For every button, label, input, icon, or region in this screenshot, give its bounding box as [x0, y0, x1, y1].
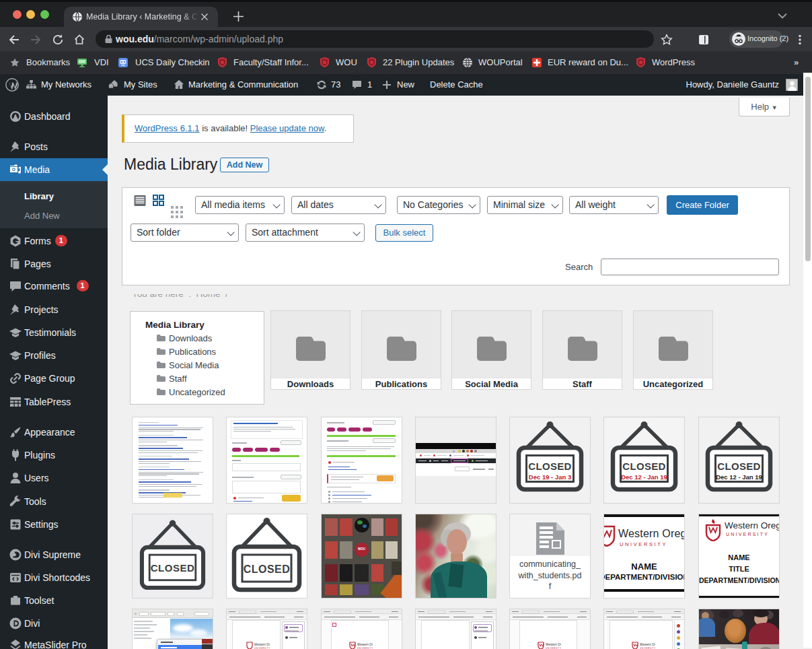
- svg-text:UNIVERSITY: UNIVERSITY: [357, 647, 373, 649]
- svg-text:UNIVERSITY: UNIVERSITY: [254, 647, 270, 649]
- svg-text:CLOSED: CLOSED: [717, 460, 760, 472]
- svg-text:CLOSED: CLOSED: [528, 460, 571, 472]
- svg-text:Dec 19 - Jan 3: Dec 19 - Jan 3: [529, 473, 571, 481]
- svg-text:Dec 12 - Jan 19: Dec 12 - Jan 19: [716, 473, 762, 481]
- svg-text:Western Oregon: Western Oregon: [640, 643, 655, 646]
- svg-text:Dec 12 - Jan 19: Dec 12 - Jan 19: [621, 473, 667, 481]
- svg-text:Western Oregon: Western Oregon: [254, 643, 270, 646]
- svg-text:Western Oregon: Western Oregon: [546, 643, 561, 646]
- svg-text:UNIVERSITY: UNIVERSITY: [640, 647, 655, 649]
- svg-text:Western Oregon: Western Oregon: [357, 643, 373, 646]
- svg-text:CLOSED: CLOSED: [151, 562, 194, 574]
- svg-text:CLOSED: CLOSED: [622, 460, 665, 472]
- svg-text:CLOSED: CLOSED: [244, 563, 291, 575]
- svg-text:UNIVERSITY: UNIVERSITY: [546, 647, 561, 649]
